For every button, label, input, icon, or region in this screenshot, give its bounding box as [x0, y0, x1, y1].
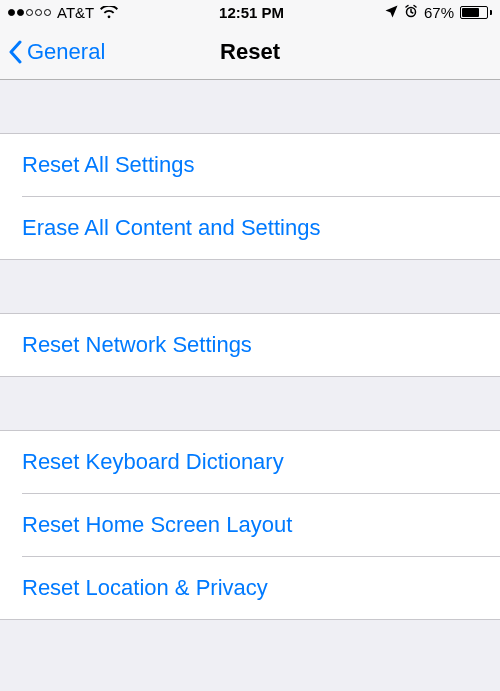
clock-time: 12:51 PM	[118, 4, 385, 21]
erase-all-content-button[interactable]: Erase All Content and Settings	[22, 196, 500, 259]
section-gap	[0, 260, 500, 313]
battery-icon	[460, 6, 492, 19]
reset-home-screen-layout-button[interactable]: Reset Home Screen Layout	[22, 493, 500, 556]
wifi-icon	[100, 6, 118, 19]
reset-location-privacy-button[interactable]: Reset Location & Privacy	[22, 556, 500, 619]
reset-network-settings-button[interactable]: Reset Network Settings	[0, 314, 500, 376]
settings-group-1: Reset All Settings Erase All Content and…	[0, 133, 500, 260]
status-bar: AT&T 12:51 PM 67%	[0, 0, 500, 25]
settings-group-3: Reset Keyboard Dictionary Reset Home Scr…	[0, 430, 500, 620]
reset-all-settings-button[interactable]: Reset All Settings	[0, 134, 500, 196]
chevron-left-icon	[8, 40, 23, 64]
section-gap	[0, 377, 500, 430]
alarm-icon	[404, 4, 418, 21]
settings-group-2: Reset Network Settings	[0, 313, 500, 377]
nav-bar: General Reset	[0, 25, 500, 80]
back-label: General	[27, 39, 105, 65]
battery-percentage: 67%	[424, 4, 454, 21]
signal-strength-dots	[8, 9, 51, 16]
back-button[interactable]: General	[8, 39, 105, 65]
carrier-label: AT&T	[57, 4, 94, 21]
reset-keyboard-dictionary-button[interactable]: Reset Keyboard Dictionary	[0, 431, 500, 493]
location-icon	[385, 4, 398, 21]
section-gap	[0, 80, 500, 133]
